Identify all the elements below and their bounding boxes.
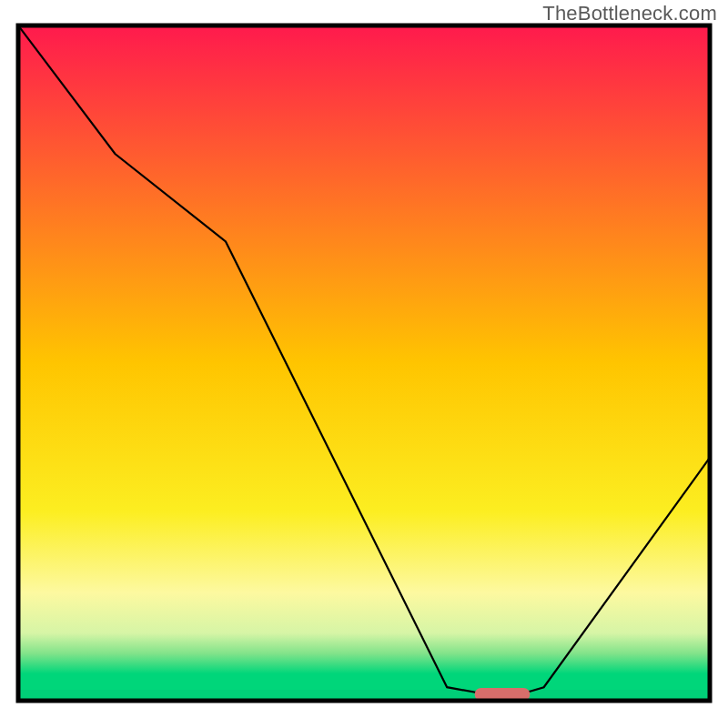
chart-svg <box>0 0 728 728</box>
watermark-text: TheBottleneck.com <box>542 2 717 25</box>
plot-area <box>18 25 710 701</box>
gradient-background <box>18 25 710 701</box>
chart-container: TheBottleneck.com <box>0 0 728 728</box>
